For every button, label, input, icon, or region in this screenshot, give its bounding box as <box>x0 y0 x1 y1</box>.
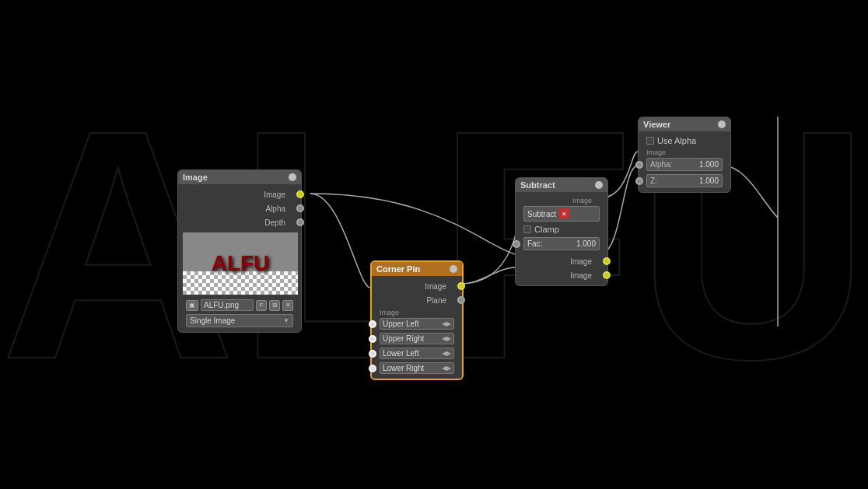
file-close-button[interactable]: ✕ <box>282 300 293 311</box>
viewer-use-alpha-checkbox[interactable] <box>646 137 654 145</box>
cornerpin-lowerleft-socket[interactable] <box>369 350 376 358</box>
cornerpin-output-image: Image <box>376 279 457 293</box>
viewer-z-value: 1.000 <box>699 176 719 185</box>
subtract-fac-field[interactable]: Fac: 1.000 <box>523 237 600 250</box>
subtract-input-image-label: Image <box>520 195 603 204</box>
subtract-clamp-label: Clamp <box>534 225 559 234</box>
cornerpin-lowerright-arrow: ◀▶ <box>442 365 451 372</box>
file-f-button[interactable]: F <box>256 300 267 311</box>
viewer-alpha-socket[interactable] <box>635 161 643 169</box>
cornerpin-input-upperright: Upper Right ◀▶ <box>376 331 457 346</box>
image-output-alpha-socket[interactable] <box>296 204 304 212</box>
cornerpin-node: Corner Pin Image Plane Image Upper Left … <box>370 260 464 380</box>
viewer-alpha-value: 1.000 <box>699 160 719 169</box>
image-output-image-socket[interactable] <box>296 190 304 198</box>
cornerpin-lowerleft-field[interactable]: Lower Left ◀▶ <box>380 348 454 359</box>
viewer-node-body: Use Alpha Image Alpha: 1.000 Z: 1.000 <box>639 131 730 192</box>
cornerpin-output-plane: Plane <box>376 293 457 307</box>
subtract-node: Subtract Image Subtract ✕ Clamp Fac: 1.0… <box>515 177 608 286</box>
subtract-output-image1-label: Image <box>570 257 603 266</box>
subtract-dropdown-row: Subtract ✕ <box>520 204 603 223</box>
image-type-dropdown-row: Single Image ▼ <box>183 313 296 329</box>
viewer-alpha-row: Alpha: 1.000 <box>643 156 726 173</box>
subtract-node-title: Subtract <box>520 180 555 190</box>
cornerpin-node-title: Corner Pin <box>376 264 420 274</box>
cornerpin-upperleft-label: Upper Left <box>383 320 419 328</box>
subtract-output-image1: Image <box>520 254 603 268</box>
cornerpin-output-plane-socket[interactable] <box>457 296 465 304</box>
subtract-clamp-checkbox[interactable] <box>523 225 531 233</box>
cornerpin-upperright-socket[interactable] <box>369 335 376 343</box>
image-type-dropdown[interactable]: Single Image ▼ <box>186 314 293 327</box>
image-output-depth: Depth <box>183 215 296 229</box>
image-node-dot <box>289 173 296 181</box>
cornerpin-input-upperleft: Upper Left ◀▶ <box>376 316 457 331</box>
image-node-title: Image <box>183 173 208 182</box>
cornerpin-upperleft-socket[interactable] <box>369 320 376 328</box>
subtract-output-image2-label: Image <box>570 271 603 280</box>
subtract-node-header: Subtract <box>516 178 607 192</box>
viewer-alpha-field[interactable]: Alpha: 1.000 <box>646 158 723 171</box>
image-output-image: Image <box>183 187 296 201</box>
cornerpin-input-lowerleft: Lower Left ◀▶ <box>376 346 457 361</box>
viewer-z-field[interactable]: Z: 1.000 <box>646 174 723 187</box>
viewer-node-dot <box>718 121 726 128</box>
subtract-clamp-row: Clamp <box>520 223 603 236</box>
viewer-node-header: Viewer <box>639 117 730 131</box>
subtract-fac-value: 1.000 <box>576 239 596 248</box>
subtract-fac-label: Fac: <box>527 239 542 248</box>
viewer-z-socket[interactable] <box>635 177 643 185</box>
cornerpin-upperright-field[interactable]: Upper Right ◀▶ <box>380 333 454 344</box>
image-file-row: ▣ ALFU.png F ⊞ ✕ <box>183 298 296 313</box>
cornerpin-output-image-label: Image <box>425 282 457 291</box>
viewer-node-title: Viewer <box>643 120 670 129</box>
subtract-type-icon: ✕ <box>558 208 569 219</box>
cornerpin-lowerright-socket[interactable] <box>369 365 376 372</box>
cornerpin-lowerleft-label: Lower Left <box>383 349 419 358</box>
cornerpin-lowerright-label: Lower Right <box>383 364 424 372</box>
subtract-node-dot <box>595 181 603 189</box>
image-output-depth-socket[interactable] <box>296 218 304 226</box>
dropdown-arrow-icon: ▼ <box>283 317 289 324</box>
cornerpin-output-plane-label: Plane <box>426 296 457 305</box>
cornerpin-node-header: Corner Pin <box>372 262 462 276</box>
viewer-z-label: Z: <box>650 176 666 185</box>
subtract-output-image2-socket[interactable] <box>603 271 611 279</box>
cornerpin-upperright-arrow: ◀▶ <box>442 335 451 342</box>
cornerpin-node-body: Image Plane Image Upper Left ◀▶ Upper Ri… <box>372 276 462 379</box>
subtract-type-dropdown[interactable]: Subtract ✕ <box>523 206 600 222</box>
viewer-node: Viewer Use Alpha Image Alpha: 1.000 Z: 1… <box>638 117 731 193</box>
subtract-output-image1-socket[interactable] <box>603 257 611 265</box>
viewer-use-alpha-row: Use Alpha <box>643 134 726 147</box>
file-type-icon: ▣ <box>186 300 198 311</box>
background-letters: A L F U <box>0 0 868 489</box>
image-output-image-label: Image <box>264 190 296 199</box>
cornerpin-output-image-socket[interactable] <box>457 282 465 290</box>
cornerpin-node-dot <box>450 265 457 273</box>
image-output-alpha: Alpha <box>183 201 296 215</box>
viewer-alpha-label: Alpha: <box>650 160 672 169</box>
cornerpin-lowerleft-arrow: ◀▶ <box>442 350 451 357</box>
image-node-header: Image <box>178 170 301 184</box>
viewer-z-row: Z: 1.000 <box>643 173 726 189</box>
image-output-depth-label: Depth <box>264 218 296 227</box>
viewer-image-section: Image <box>643 147 726 156</box>
subtract-fac-socket[interactable] <box>513 240 520 248</box>
viewer-use-alpha-label: Use Alpha <box>657 136 696 145</box>
cornerpin-image-section: Image <box>376 307 457 316</box>
image-preview: ALFU <box>183 232 298 295</box>
subtract-output-image2: Image <box>520 268 603 282</box>
subtract-fac-row: Fac: 1.000 <box>520 236 603 252</box>
cornerpin-upperleft-field[interactable]: Upper Left ◀▶ <box>380 318 454 330</box>
node-connections <box>0 0 868 489</box>
image-output-alpha-label: Alpha <box>265 204 296 213</box>
image-type-value: Single Image <box>190 316 235 325</box>
cornerpin-upperleft-arrow: ◀▶ <box>442 320 451 327</box>
cornerpin-input-lowerright: Lower Right ◀▶ <box>376 361 457 375</box>
subtract-type-label: Subtract <box>527 210 556 218</box>
file-folder-button[interactable]: ⊞ <box>269 300 280 311</box>
alfu-preview-text: ALFU <box>212 251 270 276</box>
file-name-display[interactable]: ALFU.png <box>201 299 254 311</box>
image-node: Image Image Alpha Depth ALFU ▣ ALFU.png … <box>177 169 302 333</box>
cornerpin-lowerright-field[interactable]: Lower Right ◀▶ <box>380 362 454 374</box>
